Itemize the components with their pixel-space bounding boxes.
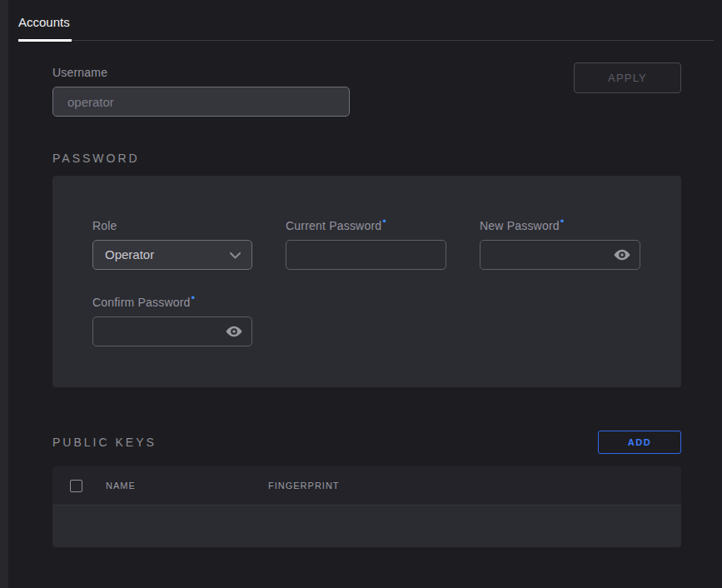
required-marker: • — [560, 215, 565, 227]
username-label: Username — [52, 66, 350, 79]
confirm-password-label-text: Confirm Password — [92, 296, 191, 309]
required-marker: • — [192, 292, 196, 304]
confirm-password-label: Confirm Password• — [92, 296, 252, 309]
password-panel: Role Operator Current Password• — [52, 176, 681, 387]
tab-accounts[interactable]: Accounts — [18, 15, 72, 40]
eye-icon[interactable] — [225, 322, 243, 341]
password-section-title: PASSWORD — [52, 152, 681, 165]
column-header-fingerprint: FINGERPRINT — [268, 481, 340, 491]
role-label: Role — [92, 219, 252, 232]
public-keys-section-title: PUBLIC KEYS — [52, 436, 157, 449]
accounts-page: Accounts Username APPLY PASSWORD Role Op… — [8, 0, 722, 588]
role-select[interactable]: Operator — [92, 240, 252, 270]
public-keys-header: PUBLIC KEYS ADD — [52, 431, 681, 454]
eye-icon[interactable] — [613, 246, 631, 264]
new-password-label-text: New Password — [480, 219, 560, 232]
role-select-value: Operator — [105, 247, 154, 262]
current-password-label-text: Current Password — [286, 219, 381, 232]
apply-button[interactable]: APPLY — [574, 62, 681, 93]
role-group: Role Operator — [92, 219, 252, 270]
new-password-label: New Password• — [480, 219, 640, 232]
public-keys-table: NAME FINGERPRINT — [52, 466, 681, 547]
confirm-password-group: Confirm Password• — [92, 296, 252, 346]
chevron-down-icon — [230, 252, 241, 259]
current-password-label: Current Password• — [286, 219, 446, 232]
main-content: Username APPLY PASSWORD Role Operator — [52, 66, 681, 547]
table-header-row: NAME FINGERPRINT — [52, 466, 681, 506]
current-password-group: Current Password• — [286, 219, 446, 270]
current-password-input[interactable] — [286, 240, 446, 270]
select-all-checkbox[interactable] — [70, 480, 82, 492]
tab-bar: Accounts — [8, 0, 722, 41]
username-group: Username — [52, 66, 350, 117]
table-empty-body — [52, 506, 681, 547]
new-password-group: New Password• — [480, 219, 640, 270]
username-row: Username APPLY — [52, 66, 681, 117]
username-input[interactable] — [52, 87, 350, 117]
add-key-button[interactable]: ADD — [598, 431, 681, 454]
required-marker: • — [382, 215, 386, 227]
left-edge-strip — [0, 0, 8, 588]
column-header-name: NAME — [106, 481, 268, 491]
